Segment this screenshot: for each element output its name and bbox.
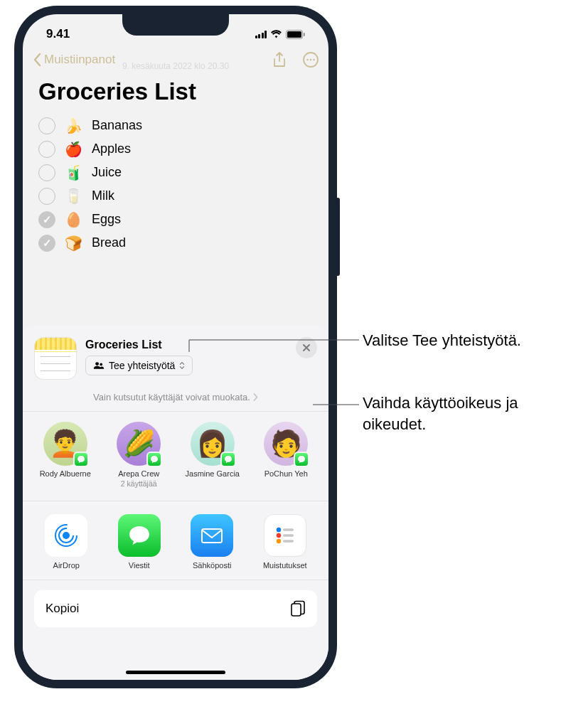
close-button[interactable] xyxy=(296,337,317,358)
share-sheet: Groceries List Tee yhteistyötä Vain kuts… xyxy=(23,326,328,680)
status-time: 9.41 xyxy=(46,27,70,41)
messages-app-icon xyxy=(118,514,161,557)
copy-button[interactable]: Kopioi xyxy=(34,590,317,627)
svg-point-7 xyxy=(95,362,99,366)
airdrop-icon xyxy=(45,514,87,557)
messages-badge-icon xyxy=(73,452,89,467)
checklist-item[interactable]: 🍌Bananas xyxy=(38,114,313,137)
share-app-mail[interactable]: Sähköposti xyxy=(176,514,249,570)
svg-point-4 xyxy=(306,59,309,61)
svg-rect-14 xyxy=(283,528,294,530)
reminders-app-icon xyxy=(264,514,306,557)
mail-app-icon xyxy=(191,514,233,557)
status-indicators xyxy=(255,30,306,39)
chevron-updown-icon xyxy=(179,361,185,370)
checklist-item[interactable]: 🍞Bread xyxy=(38,231,313,255)
share-sheet-header: Groceries List Tee yhteistyötä xyxy=(23,326,328,387)
sheet-actions: Kopioi xyxy=(23,580,328,637)
messages-badge-icon xyxy=(146,452,162,467)
wifi-icon xyxy=(270,30,282,38)
messages-badge-icon xyxy=(294,452,309,467)
share-contact[interactable]: 🌽 Arepa Crew 2 käyttäjää xyxy=(104,422,175,488)
callout-collaborate: Valitse Tee yhteistyötä. xyxy=(363,330,521,351)
svg-rect-16 xyxy=(283,534,294,536)
svg-rect-18 xyxy=(283,540,294,542)
checkbox-checked-icon[interactable] xyxy=(38,235,55,252)
svg-rect-19 xyxy=(292,604,301,616)
svg-point-5 xyxy=(310,59,312,61)
notes-app-icon xyxy=(34,337,77,380)
share-app-messages[interactable]: Viestit xyxy=(103,514,176,570)
share-contact[interactable]: 👩 Jasmine Garcia xyxy=(177,422,248,488)
note-date: 9. kesäkuuta 2022 klo 20.30 xyxy=(23,61,328,71)
checkbox-unchecked-icon[interactable] xyxy=(38,141,55,158)
share-app-reminders[interactable]: Muistutukset xyxy=(249,514,322,570)
checklist-item[interactable]: 🥚Eggs xyxy=(38,208,313,231)
checkbox-unchecked-icon[interactable] xyxy=(38,188,55,205)
share-contact[interactable]: 🧑 PoChun Yeh xyxy=(251,422,322,488)
apps-row: AirDrop Viestit Sähköposti xyxy=(23,501,328,580)
svg-point-17 xyxy=(277,539,281,543)
messages-badge-icon xyxy=(220,452,236,467)
cellular-icon xyxy=(255,31,267,38)
home-indicator[interactable] xyxy=(126,671,225,674)
people-icon xyxy=(93,361,105,370)
permissions-button[interactable]: Vain kutsutut käyttäjät voivat muokata. xyxy=(23,387,328,412)
contacts-row: 🧑‍🦱 Rody Albuerne 🌽 Arepa Crew 2 käyttäj… xyxy=(23,412,328,501)
notch xyxy=(122,14,229,36)
phone-frame: 9.41 Muistiinpanot 9. kesäkuuta 2022 klo… xyxy=(14,6,337,688)
svg-point-8 xyxy=(100,363,102,366)
copy-icon xyxy=(290,600,306,617)
checkbox-checked-icon[interactable] xyxy=(38,211,55,228)
callout-permissions: Vaihda käyttöoikeus ja oikeudet. xyxy=(363,393,576,434)
checkbox-unchecked-icon[interactable] xyxy=(38,164,55,181)
svg-point-9 xyxy=(63,532,70,539)
svg-rect-1 xyxy=(287,31,301,38)
share-contact[interactable]: 🧑‍🦱 Rody Albuerne xyxy=(30,422,101,488)
checklist-item[interactable]: 🍎Apples xyxy=(38,137,313,161)
note-title: Groceries List xyxy=(23,71,328,114)
chevron-right-icon xyxy=(253,393,258,401)
checkbox-unchecked-icon[interactable] xyxy=(38,117,55,134)
checklist: 🍌Bananas 🍎Apples 🧃Juice 🥛Milk 🥚Eggs 🍞Bre… xyxy=(23,114,328,255)
phone-screen: 9.41 Muistiinpanot 9. kesäkuuta 2022 klo… xyxy=(23,14,328,680)
share-sheet-title: Groceries List xyxy=(85,338,317,351)
svg-rect-12 xyxy=(202,529,222,543)
share-app-airdrop[interactable]: AirDrop xyxy=(30,514,103,570)
battery-icon xyxy=(286,30,305,39)
svg-point-6 xyxy=(313,59,315,61)
checklist-item[interactable]: 🧃Juice xyxy=(38,161,313,184)
collaborate-dropdown[interactable]: Tee yhteistyötä xyxy=(85,356,193,375)
side-button xyxy=(336,198,340,276)
svg-point-15 xyxy=(277,533,281,538)
close-icon xyxy=(302,343,311,352)
svg-rect-2 xyxy=(304,33,305,36)
checklist-item[interactable]: 🥛Milk xyxy=(38,184,313,208)
svg-point-13 xyxy=(277,528,281,532)
